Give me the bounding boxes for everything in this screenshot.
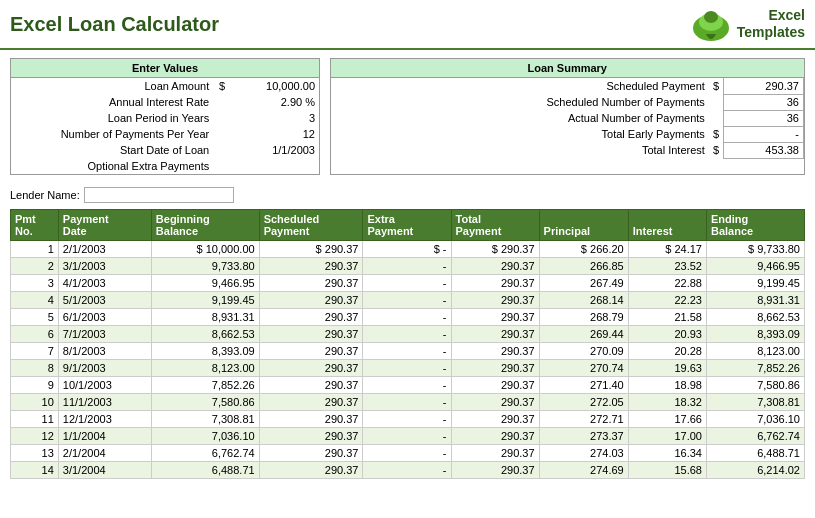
ls-value: 36 (724, 110, 804, 126)
table-cell: 272.05 (539, 394, 628, 411)
table-cell: 8,662.53 (151, 326, 259, 343)
enter-values-row: Start Date of Loan 1/1/2003 (11, 142, 319, 158)
ls-value: 290.37 (724, 78, 804, 95)
table-cell: 12/1/2003 (58, 411, 151, 428)
table-cell: 6 (11, 326, 59, 343)
table-cell: - (363, 275, 451, 292)
table-cell: 1 (11, 241, 59, 258)
table-column-header: PaymentDate (58, 210, 151, 241)
table-cell: 18.98 (628, 377, 706, 394)
table-cell: 290.37 (451, 326, 539, 343)
table-cell: 8,393.09 (151, 343, 259, 360)
ev-label: Annual Interest Rate (11, 94, 213, 110)
table-cell: 290.37 (259, 411, 363, 428)
table-cell: 7,036.10 (151, 428, 259, 445)
table-cell: 8,931.31 (706, 292, 804, 309)
table-cell: 22.88 (628, 275, 706, 292)
table-cell: 6,488.71 (706, 445, 804, 462)
table-cell: 6/1/2003 (58, 309, 151, 326)
table-cell: 9,733.80 (151, 258, 259, 275)
table-cell: 274.03 (539, 445, 628, 462)
table-cell: 290.37 (451, 428, 539, 445)
ev-dollar (213, 158, 229, 174)
table-cell: 290.37 (451, 275, 539, 292)
table-row: 23/1/20039,733.80290.37-290.37266.8523.5… (11, 258, 805, 275)
table-column-header: TotalPayment (451, 210, 539, 241)
table-cell: 266.85 (539, 258, 628, 275)
ev-label: Start Date of Loan (11, 142, 213, 158)
top-section: Enter Values Loan Amount $ 10,000.00 Ann… (0, 50, 815, 183)
table-cell: 4/1/2003 (58, 275, 151, 292)
table-cell: 270.09 (539, 343, 628, 360)
loan-summary-header: Loan Summary (331, 59, 804, 78)
enter-values-row: Number of Payments Per Year 12 (11, 126, 319, 142)
ls-value: - (724, 126, 804, 142)
enter-values-row: Loan Amount $ 10,000.00 (11, 78, 319, 95)
table-column-header: PmtNo. (11, 210, 59, 241)
lender-input[interactable] (84, 187, 234, 203)
table-cell: 7,852.26 (151, 377, 259, 394)
table-cell: 5/1/2003 (58, 292, 151, 309)
enter-values-row: Optional Extra Payments (11, 158, 319, 174)
table-column-header: Interest (628, 210, 706, 241)
table-cell: 290.37 (259, 326, 363, 343)
ls-label: Scheduled Number of Payments (331, 94, 709, 110)
table-cell: 20.28 (628, 343, 706, 360)
table-cell: 290.37 (451, 462, 539, 479)
table-cell: - (363, 394, 451, 411)
table-cell: 268.14 (539, 292, 628, 309)
table-row: 1011/1/20037,580.86290.37-290.37272.0518… (11, 394, 805, 411)
logo-icon (691, 6, 731, 42)
table-cell: - (363, 326, 451, 343)
table-cell: 2 (11, 258, 59, 275)
ev-value: 2.90 % (229, 94, 319, 110)
table-cell: - (363, 309, 451, 326)
lender-label: Lender Name: (10, 189, 80, 201)
table-cell: 10 (11, 394, 59, 411)
table-cell: 7,308.81 (706, 394, 804, 411)
table-cell: 290.37 (259, 258, 363, 275)
table-row: 34/1/20039,466.95290.37-290.37267.4922.8… (11, 275, 805, 292)
table-cell: 6,762.74 (706, 428, 804, 445)
table-cell: 7,852.26 (706, 360, 804, 377)
ev-dollar: $ (213, 78, 229, 95)
payment-table: PmtNo.PaymentDateBeginningBalanceSchedul… (10, 209, 805, 479)
table-cell: 272.71 (539, 411, 628, 428)
ev-dollar (213, 126, 229, 142)
ls-value: 453.38 (724, 142, 804, 158)
ev-value: 12 (229, 126, 319, 142)
table-column-header: BeginningBalance (151, 210, 259, 241)
ev-value: 1/1/2003 (229, 142, 319, 158)
ev-value: 10,000.00 (229, 78, 319, 95)
table-cell: - (363, 343, 451, 360)
table-cell: 8/1/2003 (58, 343, 151, 360)
table-cell: 16.34 (628, 445, 706, 462)
table-cell: 3/1/2004 (58, 462, 151, 479)
table-cell: 7,580.86 (706, 377, 804, 394)
payment-table-wrapper: PmtNo.PaymentDateBeginningBalanceSchedul… (0, 209, 815, 479)
table-row: 78/1/20038,393.09290.37-290.37270.0920.2… (11, 343, 805, 360)
table-cell: 8,662.53 (706, 309, 804, 326)
table-cell: 19.63 (628, 360, 706, 377)
table-cell: 290.37 (259, 292, 363, 309)
table-cell: 21.58 (628, 309, 706, 326)
table-cell: - (363, 258, 451, 275)
loan-summary-row: Total Interest $ 453.38 (331, 142, 804, 158)
table-cell: 8,123.00 (706, 343, 804, 360)
table-cell: 14 (11, 462, 59, 479)
table-cell: 15.68 (628, 462, 706, 479)
table-cell: $ 10,000.00 (151, 241, 259, 258)
table-cell: 22.23 (628, 292, 706, 309)
table-cell: 3 (11, 275, 59, 292)
ev-value (229, 158, 319, 174)
ls-dollar: $ (709, 78, 724, 95)
table-cell: - (363, 360, 451, 377)
table-cell: 290.37 (259, 428, 363, 445)
lender-section: Lender Name: (0, 183, 815, 209)
table-cell: 13 (11, 445, 59, 462)
table-cell: - (363, 292, 451, 309)
enter-values-row: Loan Period in Years 3 (11, 110, 319, 126)
table-cell: 269.44 (539, 326, 628, 343)
table-cell: 11/1/2003 (58, 394, 151, 411)
loan-summary-panel: Loan Summary Scheduled Payment $ 290.37 … (330, 58, 805, 175)
